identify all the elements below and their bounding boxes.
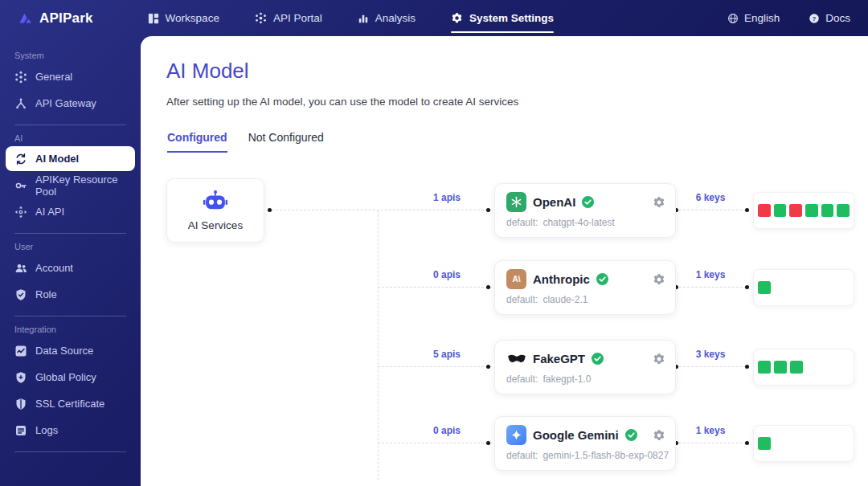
connector-dot [745, 285, 749, 289]
connector-dot [745, 441, 749, 445]
key-status-square [774, 204, 787, 217]
apis-count-label: 5 apis [382, 349, 461, 360]
key-status-square [758, 281, 771, 294]
key-status-square [774, 361, 787, 374]
ai-model-icon [14, 153, 27, 165]
sidebar-divider [14, 451, 126, 452]
apipark-logo-icon [18, 10, 34, 27]
tab-configured[interactable]: Configured [167, 131, 227, 153]
provider-name: FakeGPT [533, 352, 585, 366]
default-model-value: chatgpt-4o-latest [542, 217, 614, 228]
connector-line [679, 366, 747, 367]
sidebar-item-label: Role [35, 288, 57, 300]
api-portal-icon [255, 12, 267, 24]
status-check-icon [625, 429, 637, 441]
svg-text:?: ? [813, 14, 817, 22]
provider-name: Google Gemini [533, 428, 619, 442]
key-status-card [753, 269, 854, 306]
docs-label: Docs [825, 12, 850, 24]
status-check-icon [592, 353, 604, 365]
sidebar-divider [14, 316, 126, 317]
asterisk-icon [14, 71, 27, 84]
sidebar-section-system: System [14, 51, 141, 60]
key-status-square [758, 204, 771, 217]
four-arrows-icon [14, 206, 27, 218]
key-status-card [753, 349, 854, 386]
connector-line [272, 210, 492, 210]
nav-label: Workspace [166, 12, 219, 24]
provider-settings-gear-icon[interactable] [653, 273, 665, 286]
connector-dot [745, 208, 749, 212]
key-status-square [805, 204, 818, 217]
default-label: default: [506, 374, 538, 385]
apis-count-label: 1 apis [382, 192, 461, 203]
key-status-square [789, 204, 802, 217]
app-logo[interactable]: APIPark [18, 10, 93, 27]
tab-not-configured[interactable]: Not Configured [248, 131, 324, 153]
connector-line [378, 287, 492, 288]
provider-card-anthropic[interactable]: A\ Anthropic default:claude-2.1 [494, 260, 676, 315]
keys-count-label: 3 keys [676, 349, 745, 360]
nav-label: API Portal [273, 12, 322, 24]
gear-icon [451, 12, 463, 24]
nav-system-settings[interactable]: System Settings [451, 0, 554, 36]
nav-label: System Settings [469, 12, 554, 24]
ai-services-node: AI Services [166, 178, 264, 243]
users-icon [14, 262, 27, 275]
sidebar-item-role[interactable]: Role [0, 281, 141, 308]
connector-line [679, 287, 747, 288]
document-lines-icon [14, 424, 27, 437]
language-label: English [744, 12, 780, 24]
provider-card-fakegpt[interactable]: FakeGPT default:fakegpt-1.0 [494, 340, 676, 394]
sidebar-item-account[interactable]: Account [0, 255, 141, 281]
default-model-row: default:fakegpt-1.0 [506, 374, 665, 385]
sidebar-item-label: AI Model [35, 153, 79, 165]
nav-workspace[interactable]: Workspace [148, 0, 219, 36]
default-model-value: gemini-1.5-flash-8b-exp-0827 [542, 450, 669, 461]
key-status-card [753, 192, 854, 229]
sidebar-item-ai-model[interactable]: AI Model [6, 146, 135, 171]
sidebar-item-api-gateway[interactable]: API Gateway [0, 90, 141, 116]
key-status-square [758, 361, 771, 374]
anthropic-logo-icon: A\ [506, 269, 526, 289]
tabs: Configured Not Configured [167, 131, 324, 153]
sidebar-item-global-policy[interactable]: Global Policy [0, 364, 141, 390]
connector-dot [486, 208, 490, 212]
provider-card-google-gemini[interactable]: Google Gemini default:gemini-1.5-flash-8… [494, 416, 676, 471]
sidebar-item-label: General [35, 71, 72, 83]
provider-settings-gear-icon[interactable] [653, 196, 665, 209]
sidebar-item-logs[interactable]: Logs [0, 417, 141, 443]
key-status-square [758, 437, 771, 450]
sidebar-item-apikey-resource-pool[interactable]: APIKey Resource Pool [0, 172, 141, 198]
provider-name: Anthropic [533, 272, 590, 286]
keys-count-label: 1 keys [676, 269, 745, 280]
gateway-split-icon [14, 97, 27, 110]
language-selector[interactable]: English [727, 12, 780, 24]
help-circle-icon: ? [809, 13, 820, 24]
provider-card-openai[interactable]: OpenAI default:chatgpt-4o-latest [494, 183, 676, 238]
key-status-square [790, 361, 803, 374]
page-title: AI Model [166, 59, 249, 84]
connector-line [679, 443, 747, 443]
sidebar-section-ai: AI [14, 133, 141, 143]
apis-count-label: 0 apis [382, 425, 461, 436]
docs-link[interactable]: ? Docs [809, 12, 850, 24]
sidebar-item-general[interactable]: General [0, 63, 141, 90]
nav-api-portal[interactable]: API Portal [255, 0, 322, 36]
sidebar-item-ai-api[interactable]: AI API [0, 198, 141, 225]
provider-settings-gear-icon[interactable] [653, 353, 665, 366]
fakegpt-mask-icon [506, 349, 526, 369]
sidebar-item-label: Account [35, 262, 73, 274]
default-label: default: [506, 450, 538, 461]
provider-settings-gear-icon[interactable] [653, 429, 665, 442]
sidebar-item-data-source[interactable]: Data Source [0, 337, 141, 364]
gemini-logo-icon [506, 425, 526, 445]
sidebar-item-label: Data Source [35, 345, 93, 357]
nav-analysis[interactable]: Analysis [358, 0, 416, 36]
connector-dot [486, 441, 490, 445]
sidebar-item-ssl-certificate[interactable]: SSL Certificate [0, 390, 141, 417]
connector-line [679, 210, 747, 210]
sidebar: System General API Gateway AI AI Model A… [0, 36, 141, 486]
shield-plus-icon [14, 371, 27, 384]
robot-icon [203, 190, 228, 214]
